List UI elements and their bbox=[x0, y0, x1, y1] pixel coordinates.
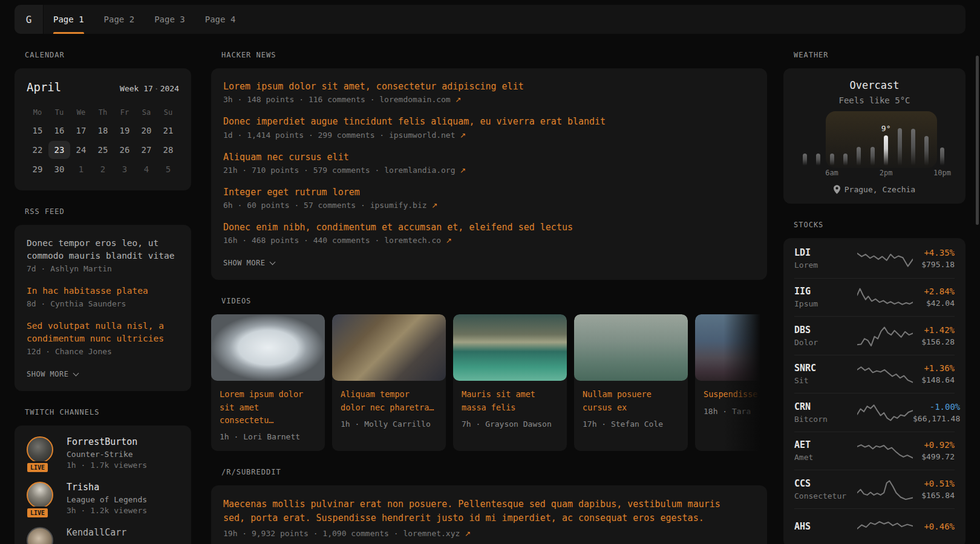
stock-symbol: SNRC bbox=[794, 363, 857, 374]
domain-text: loremlandia.org bbox=[384, 166, 455, 175]
video-title[interactable]: Lorem ipsum dolor sit amet consectetu… bbox=[220, 388, 316, 427]
twitch-channel[interactable]: LIVE Trisha League of Legends 3h · 1.2k … bbox=[27, 482, 179, 515]
stock-row[interactable]: LDI Lorem +4.35% $795.18 bbox=[794, 239, 955, 278]
video-card[interactable]: Aliquam tempor dolor nec pharetra… 1h · … bbox=[332, 314, 446, 451]
news-item: Donec imperdiet augue tincidunt felis al… bbox=[223, 115, 755, 139]
page-tab-label: Page 3 bbox=[154, 15, 185, 24]
stock-change: +0.92% bbox=[921, 440, 955, 450]
video-thumbnail[interactable] bbox=[574, 314, 688, 381]
app-logo[interactable]: G bbox=[15, 5, 44, 34]
calendar-day-grid: 1516171819202122232425262728293012345 bbox=[27, 121, 179, 178]
calendar-day: 15 bbox=[27, 121, 48, 140]
separator-dot: · bbox=[153, 84, 160, 93]
video-title[interactable]: Suspendisse diam bbox=[704, 388, 767, 401]
news-item-domain[interactable]: ipsumify.biz ↗ bbox=[370, 201, 438, 210]
video-card[interactable]: Lorem ipsum dolor sit amet consectetu… 1… bbox=[211, 314, 325, 451]
news-item-title[interactable]: Lorem ipsum dolor sit amet, consectetur … bbox=[223, 80, 755, 92]
video-thumbnail[interactable] bbox=[211, 314, 325, 381]
calendar-day: 26 bbox=[114, 141, 136, 159]
stock-change: +2.84% bbox=[924, 287, 955, 296]
weather-feels-like: Feels like 5°C bbox=[795, 96, 953, 105]
video-card[interactable]: Suspendisse diam 18h · Tara bbox=[695, 314, 767, 451]
stock-row[interactable]: CCS Consectetur +0.51% $165.84 bbox=[794, 470, 955, 508]
page-tab-label: Page 1 bbox=[53, 15, 84, 24]
video-thumbnail[interactable] bbox=[695, 314, 767, 381]
chevron-down-icon bbox=[73, 370, 79, 376]
channel-viewers: 3h · 1.2k viewers bbox=[67, 506, 147, 515]
videos-section: VIDEOS Lorem ipsum dolor sit amet consec… bbox=[211, 297, 767, 451]
page-tab[interactable]: Page 4 bbox=[205, 5, 236, 34]
stock-price: $156.28 bbox=[921, 337, 955, 346]
stock-row[interactable]: AHS +0.46% bbox=[794, 508, 955, 544]
separator-dot: · bbox=[374, 236, 379, 245]
video-body: Lorem ipsum dolor sit amet consectetu… 1… bbox=[211, 381, 325, 451]
video-title[interactable]: Nullam posuere cursus ex bbox=[583, 388, 679, 414]
calendar-widget: April Week 17·2024 MoTuWeThFrSaSu 151617… bbox=[15, 68, 191, 190]
rss-section: RSS FEED Donec tempor eros leo, ut commo… bbox=[15, 207, 191, 391]
calendar-day: 27 bbox=[136, 141, 157, 159]
calendar-week-year: Week 17·2024 bbox=[120, 84, 179, 93]
news-item-title[interactable]: Donec imperdiet augue tincidunt felis al… bbox=[223, 115, 755, 128]
video-card[interactable]: Nullam posuere cursus ex 17h · Stefan Co… bbox=[574, 314, 688, 451]
page-tab[interactable]: Page 1 bbox=[53, 5, 84, 34]
calendar-day: 2 bbox=[92, 160, 114, 178]
current-temperature-label: 9° bbox=[881, 124, 891, 133]
news-item-title[interactable]: Integer eget rutrum lorem bbox=[223, 186, 755, 198]
news-item-domain[interactable]: loremdomain.com ↗ bbox=[379, 95, 461, 104]
twitch-section-title: TWITCH CHANNELS bbox=[15, 408, 191, 416]
calendar-day: 20 bbox=[136, 121, 157, 140]
reddit-post-domain[interactable]: loremnet.xyz ↗ bbox=[403, 529, 471, 538]
rss-item-title[interactable]: Donec tempor eros leo, ut commodo mauris… bbox=[27, 237, 179, 262]
rss-show-more-button[interactable]: SHOW MORE bbox=[27, 370, 78, 378]
news-item-meta: 21h · 710 points · 579 comments · loreml… bbox=[223, 166, 755, 175]
time-label: 6am bbox=[825, 166, 838, 178]
stock-id: AET Amet bbox=[794, 439, 857, 462]
channel-name[interactable]: Trisha bbox=[67, 482, 147, 493]
hackernews-show-more-button[interactable]: SHOW MORE bbox=[223, 259, 275, 267]
time-label: 10pm bbox=[933, 166, 951, 178]
video-meta: 17h · Stefan Cole bbox=[583, 419, 679, 429]
weather-location-row: Prague, Czechia bbox=[795, 185, 953, 194]
page-scrollbar[interactable] bbox=[976, 56, 979, 225]
video-body: Nullam posuere cursus ex 17h · Stefan Co… bbox=[574, 381, 688, 438]
stocks-section-title: STOCKS bbox=[783, 221, 965, 229]
reddit-post-title[interactable]: Maecenas mollis pulvinar erat non posuer… bbox=[223, 497, 743, 526]
videos-carousel: Lorem ipsum dolor sit amet consectetu… 1… bbox=[211, 314, 767, 451]
stock-values: +1.36% $148.64 bbox=[921, 363, 955, 384]
news-item-domain[interactable]: ipsumworld.net ↗ bbox=[389, 131, 466, 140]
calendar-section-title: CALENDAR bbox=[15, 51, 191, 59]
news-item-title[interactable]: Aliquam nec cursus elit bbox=[223, 151, 755, 163]
page-tab[interactable]: Page 3 bbox=[154, 5, 185, 34]
stock-row[interactable]: CRN Bitcorn -1.00% $66,171.48 bbox=[794, 393, 955, 432]
video-card[interactable]: Mauris sit amet massa felis 7h · Grayson… bbox=[453, 314, 567, 451]
rss-item-title[interactable]: In hac habitasse platea bbox=[27, 285, 179, 297]
stock-row[interactable]: IIG Ipsum +2.84% $42.04 bbox=[794, 278, 955, 317]
news-item-title[interactable]: Donec enim nibh, condimentum et accumsan… bbox=[223, 221, 755, 233]
stock-row[interactable]: DBS Dolor +1.42% $156.28 bbox=[794, 316, 955, 355]
rss-item-title[interactable]: Sed volutpat nulla nisl, a condimentum n… bbox=[27, 320, 179, 345]
news-item-domain[interactable]: loremtech.co ↗ bbox=[384, 236, 452, 245]
hour-column bbox=[893, 116, 906, 178]
stock-name: Bitcorn bbox=[794, 415, 857, 424]
twitch-channel[interactable]: LIVE ForrestBurton Counter-Strike 1h · 1… bbox=[27, 436, 179, 470]
video-title[interactable]: Aliquam tempor dolor nec pharetra… bbox=[341, 388, 437, 414]
stock-id: DBS Dolor bbox=[794, 325, 857, 347]
news-item-domain[interactable]: loremlandia.org ↗ bbox=[384, 166, 466, 175]
video-thumbnail[interactable] bbox=[453, 314, 567, 381]
stock-row[interactable]: AET Amet +0.92% $499.72 bbox=[794, 432, 955, 470]
twitch-channel[interactable]: LIVE KendallCarr bbox=[27, 527, 179, 544]
page-tab[interactable]: Page 2 bbox=[104, 5, 135, 34]
stock-values: +0.46% bbox=[924, 522, 955, 534]
video-thumbnail[interactable] bbox=[332, 314, 446, 381]
channel-category: Counter-Strike bbox=[67, 450, 147, 459]
channel-name[interactable]: ForrestBurton bbox=[67, 436, 147, 447]
calendar-day: 19 bbox=[114, 121, 136, 140]
channel-viewers: 1h · 1.7k viewers bbox=[67, 461, 147, 470]
channel-name[interactable]: KendallCarr bbox=[67, 527, 126, 538]
stock-row[interactable]: SNRC Sit +1.36% $148.64 bbox=[794, 355, 955, 393]
video-title[interactable]: Mauris sit amet massa felis bbox=[462, 388, 558, 414]
rss-item-meta: 12d · Chance Jones bbox=[27, 347, 179, 356]
stock-name: Lorem bbox=[794, 261, 857, 270]
weather-section-title: WEATHER bbox=[783, 51, 965, 59]
calendar-day: 30 bbox=[48, 160, 70, 178]
